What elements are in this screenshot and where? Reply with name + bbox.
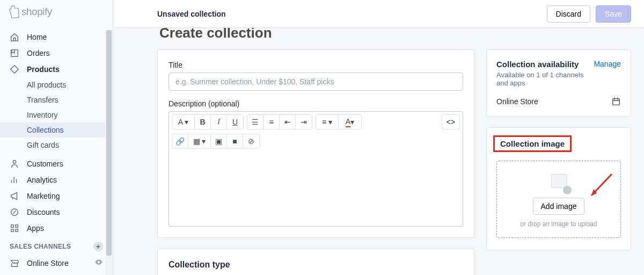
svg-rect-6 (16, 229, 18, 232)
rte-table-dropdown[interactable]: ▦ ▾ (188, 134, 211, 148)
availability-sub: Available on 1 of 1 channels and apps (496, 71, 594, 87)
drop-hint: or drop an image to upload (503, 220, 614, 228)
description-editor[interactable] (169, 151, 463, 227)
svg-point-1 (13, 161, 16, 163)
channel-online-store: Online Store (496, 97, 538, 106)
rte-color-dropdown[interactable]: A ▾ (339, 115, 361, 129)
rte-image[interactable]: ▣ (211, 134, 227, 148)
title-input[interactable] (169, 73, 463, 91)
sidebar-item-all-products[interactable]: All products (27, 77, 113, 92)
sidebar: shopify Home Orders Products All product… (0, 0, 113, 275)
tag-icon (10, 64, 19, 74)
shopify-bag-icon (9, 5, 20, 18)
image-dropzone[interactable]: Add image or drop an image to upload (496, 161, 621, 238)
rte-outdent[interactable]: ⇤ (280, 115, 296, 129)
sidebar-scrollbar[interactable] (105, 30, 113, 275)
customers-icon (10, 159, 19, 169)
add-channel-button[interactable]: + (93, 242, 103, 251)
sidebar-item-home[interactable]: Home (0, 29, 113, 45)
svg-rect-3 (11, 225, 14, 228)
collection-image-heading: Collection image (500, 139, 565, 148)
rte-html-toggle[interactable]: <> (442, 114, 460, 129)
eye-icon[interactable] (94, 258, 103, 266)
sidebar-item-gift-cards[interactable]: Gift cards (27, 138, 113, 153)
svg-rect-7 (613, 99, 620, 105)
add-image-button[interactable]: Add image (533, 198, 585, 215)
sidebar-item-orders[interactable]: Orders (0, 45, 113, 61)
description-label: Description (optional) (169, 99, 463, 108)
rte-video[interactable]: ■ (227, 134, 243, 148)
orders-icon (10, 48, 19, 58)
page-status-title: Unsaved collection (157, 10, 226, 18)
annotation-highlight-box: Collection image (493, 135, 572, 152)
sidebar-item-online-store[interactable]: Online Store (0, 255, 113, 271)
availability-heading: Collection availability (496, 60, 594, 69)
sales-channels-header: SALES CHANNELS + (0, 236, 113, 255)
sidebar-item-customers[interactable]: Customers (0, 156, 113, 172)
collection-image-card: Collection image Add image (486, 127, 631, 250)
brand-text: shopify (21, 6, 52, 18)
sidebar-item-analytics[interactable]: Analytics (0, 172, 113, 188)
page-title: Create collection (159, 28, 631, 38)
annotation-arrow-icon (585, 171, 615, 201)
title-card: Title Description (optional) A ▾ B I U (157, 49, 474, 238)
store-icon (10, 258, 19, 268)
title-label: Title (169, 61, 463, 69)
manage-link[interactable]: Manage (594, 60, 621, 68)
rte-toolbar: A ▾ B I U ☰ ≡ ⇤ ⇥ (169, 111, 463, 151)
sidebar-item-products[interactable]: Products (0, 61, 113, 77)
discount-icon (10, 207, 19, 217)
sidebar-item-inventory[interactable]: Inventory (27, 107, 113, 122)
sidebar-item-collections[interactable]: Collections (0, 122, 113, 138)
availability-card: Collection availability Available on 1 o… (486, 49, 631, 117)
rte-ul[interactable]: ☰ (247, 115, 264, 129)
apps-icon (10, 223, 19, 233)
topbar: Unsaved collection Discard Save (113, 0, 644, 28)
svg-line-8 (591, 174, 612, 196)
analytics-icon (10, 175, 19, 185)
svg-rect-4 (16, 225, 18, 228)
sidebar-item-apps[interactable]: Apps (0, 220, 113, 236)
collection-type-card: Collection type Manual Add products to t… (157, 249, 474, 275)
megaphone-icon (10, 191, 19, 201)
save-button[interactable]: Save (596, 5, 631, 23)
rte-italic[interactable]: I (211, 115, 227, 129)
rte-underline[interactable]: U (227, 115, 243, 129)
calendar-icon[interactable] (611, 97, 621, 106)
collection-type-heading: Collection type (169, 260, 463, 270)
rte-ol[interactable]: ≡ (264, 115, 280, 129)
sidebar-item-marketing[interactable]: Marketing (0, 188, 113, 204)
sidebar-item-discounts[interactable]: Discounts (0, 204, 113, 220)
sidebar-item-transfers[interactable]: Transfers (27, 92, 113, 107)
rte-link[interactable]: 🔗 (172, 134, 188, 148)
rte-clear[interactable]: ⊘ (243, 134, 259, 148)
rte-align-dropdown[interactable]: ≡ ▾ (316, 115, 339, 129)
image-placeholder-icon (546, 171, 572, 194)
svg-marker-9 (591, 189, 597, 196)
rte-font-dropdown[interactable]: A ▾ (172, 115, 195, 129)
home-icon (10, 32, 19, 42)
brand-logo[interactable]: shopify (0, 0, 113, 24)
rte-bold[interactable]: B (195, 115, 211, 129)
discard-button[interactable]: Discard (547, 5, 590, 23)
rte-indent[interactable]: ⇥ (296, 115, 312, 129)
svg-rect-5 (11, 229, 14, 232)
